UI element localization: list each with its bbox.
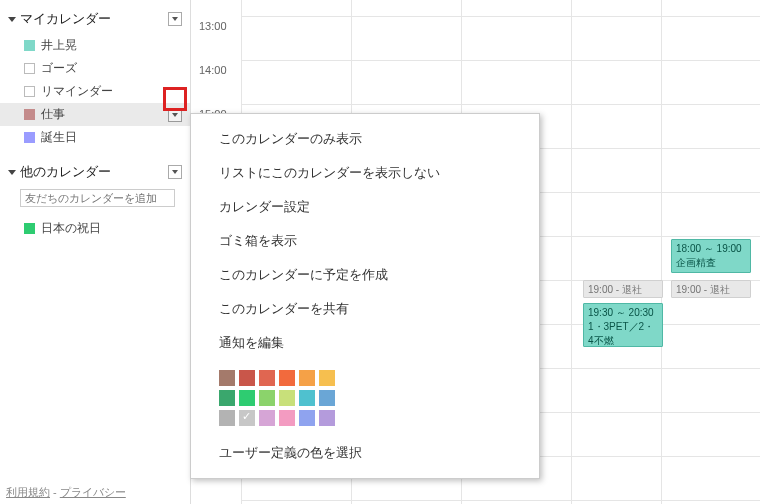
calendar-item[interactable]: リマインダー bbox=[0, 80, 190, 103]
event-time: 18:00 ～ 19:00 bbox=[676, 242, 746, 256]
event-time: 19:00 - 退社 bbox=[676, 283, 746, 297]
calendar-color-swatch[interactable] bbox=[24, 132, 35, 143]
sidebar: マイカレンダー 井上晃ゴーズリマインダー仕事誕生日 他のカレンダー 日本の祝日 … bbox=[0, 0, 190, 504]
other-calendars-header[interactable]: 他のカレンダー bbox=[0, 159, 190, 185]
other-calendars-title: 他のカレンダー bbox=[20, 163, 111, 181]
color-swatch[interactable] bbox=[219, 370, 235, 386]
color-swatch[interactable] bbox=[279, 390, 295, 406]
chevron-down-icon bbox=[172, 113, 178, 117]
calendar-item-label: 仕事 bbox=[41, 106, 65, 123]
menu-item[interactable]: このカレンダーのみ表示 bbox=[191, 122, 539, 156]
menu-item[interactable]: カレンダー設定 bbox=[191, 190, 539, 224]
color-swatch[interactable] bbox=[299, 370, 315, 386]
color-swatch[interactable] bbox=[279, 370, 295, 386]
event-block[interactable]: 19:30 ～ 20:301・3PET／2・4不燃 bbox=[583, 303, 663, 347]
time-label: 14:00 bbox=[199, 64, 227, 76]
color-swatch[interactable] bbox=[259, 370, 275, 386]
time-label: 13:00 bbox=[199, 20, 227, 32]
calendar-item[interactable]: 仕事 bbox=[0, 103, 190, 126]
menu-item[interactable]: このカレンダーに予定を作成 bbox=[191, 258, 539, 292]
event-title: 1・3PET／2・4不燃 bbox=[588, 320, 658, 347]
chevron-down-icon bbox=[172, 170, 178, 174]
color-swatch[interactable] bbox=[319, 410, 335, 426]
event-block[interactable]: 18:00 ～ 19:00企画精査 bbox=[671, 239, 751, 273]
calendar-item-menu-button[interactable] bbox=[168, 108, 182, 122]
privacy-link[interactable]: プライバシー bbox=[60, 486, 126, 498]
calendar-color-swatch[interactable] bbox=[24, 40, 35, 51]
color-swatch[interactable] bbox=[219, 390, 235, 406]
menu-item[interactable]: リストにこのカレンダーを表示しない bbox=[191, 156, 539, 190]
my-calendars-title: マイカレンダー bbox=[20, 10, 111, 28]
event-block[interactable]: 19:00 - 退社 bbox=[671, 280, 751, 298]
calendar-item[interactable]: 誕生日 bbox=[0, 126, 190, 149]
calendar-color-swatch[interactable] bbox=[24, 63, 35, 74]
my-calendars-menu-button[interactable] bbox=[168, 12, 182, 26]
calendar-item-label: 日本の祝日 bbox=[41, 220, 101, 237]
calendar-item[interactable]: ゴーズ bbox=[0, 57, 190, 80]
add-calendar-field[interactable] bbox=[20, 189, 182, 207]
other-calendars-list: 日本の祝日 bbox=[0, 215, 190, 250]
menu-item[interactable]: ゴミ箱を表示 bbox=[191, 224, 539, 258]
color-swatch[interactable] bbox=[279, 410, 295, 426]
calendar-color-swatch[interactable] bbox=[24, 86, 35, 97]
my-calendars-header[interactable]: マイカレンダー bbox=[0, 6, 190, 32]
color-swatch[interactable] bbox=[259, 390, 275, 406]
add-calendar-input[interactable] bbox=[20, 189, 175, 207]
my-calendars-list: 井上晃ゴーズリマインダー仕事誕生日 bbox=[0, 32, 190, 159]
collapse-icon bbox=[8, 170, 16, 175]
color-swatch[interactable] bbox=[299, 390, 315, 406]
menu-item[interactable]: 通知を編集 bbox=[191, 326, 539, 360]
event-time: 19:30 ～ 20:30 bbox=[588, 306, 658, 320]
color-swatch[interactable] bbox=[299, 410, 315, 426]
color-swatch[interactable] bbox=[219, 410, 235, 426]
calendar-item[interactable]: 日本の祝日 bbox=[0, 217, 190, 240]
menu-custom-color[interactable]: ユーザー定義の色を選択 bbox=[191, 436, 539, 470]
chevron-down-icon bbox=[172, 17, 178, 21]
color-swatch[interactable] bbox=[319, 370, 335, 386]
color-swatch[interactable] bbox=[239, 410, 255, 426]
color-swatch[interactable] bbox=[239, 370, 255, 386]
calendar-item-label: ゴーズ bbox=[41, 60, 77, 77]
footer-links: 利用規約 - プライバシー bbox=[6, 485, 126, 500]
event-title: 企画精査 bbox=[676, 256, 746, 270]
color-swatch[interactable] bbox=[259, 410, 275, 426]
collapse-icon bbox=[8, 17, 16, 22]
calendar-item[interactable]: 井上晃 bbox=[0, 34, 190, 57]
calendar-color-swatch[interactable] bbox=[24, 223, 35, 234]
color-swatch[interactable] bbox=[239, 390, 255, 406]
menu-item[interactable]: このカレンダーを共有 bbox=[191, 292, 539, 326]
other-calendars-menu-button[interactable] bbox=[168, 165, 182, 179]
event-time: 19:00 - 退社 bbox=[588, 283, 658, 297]
event-block[interactable]: 19:00 - 退社 bbox=[583, 280, 663, 298]
terms-link[interactable]: 利用規約 bbox=[6, 486, 50, 498]
calendar-item-label: 誕生日 bbox=[41, 129, 77, 146]
color-swatch[interactable] bbox=[319, 390, 335, 406]
color-swatch-grid bbox=[191, 360, 539, 436]
calendar-item-label: リマインダー bbox=[41, 83, 113, 100]
calendar-color-swatch[interactable] bbox=[24, 109, 35, 120]
calendar-item-label: 井上晃 bbox=[41, 37, 77, 54]
calendar-context-menu: このカレンダーのみ表示リストにこのカレンダーを表示しないカレンダー設定ゴミ箱を表… bbox=[190, 113, 540, 479]
